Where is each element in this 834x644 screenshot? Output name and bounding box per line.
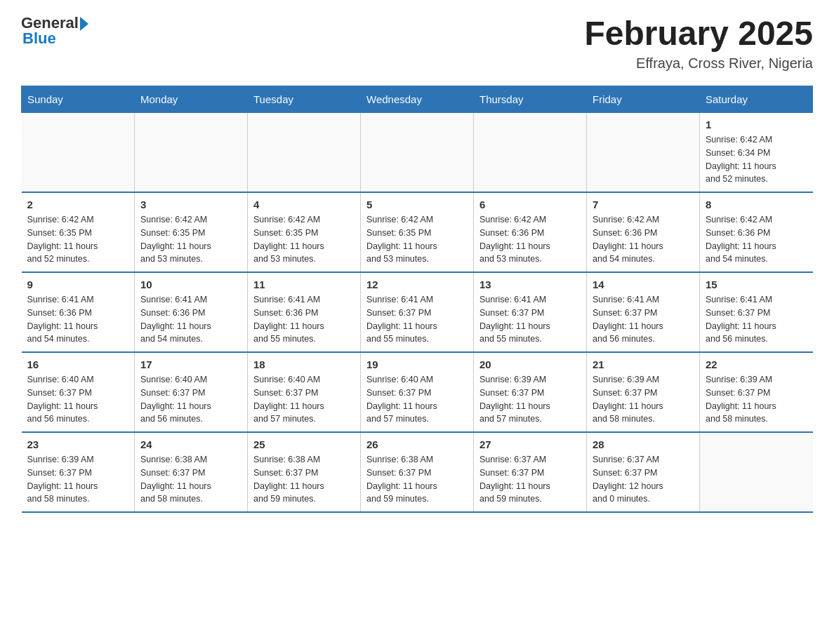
calendar-cell: 16Sunrise: 6:40 AM Sunset: 6:37 PM Dayli…: [22, 352, 135, 432]
day-number: 17: [140, 358, 241, 370]
calendar-cell: 28Sunrise: 6:37 AM Sunset: 6:37 PM Dayli…: [587, 432, 700, 512]
day-info: Sunrise: 6:38 AM Sunset: 6:37 PM Dayligh…: [140, 453, 241, 506]
weekday-header: Sunday: [22, 86, 135, 113]
calendar-cell: 24Sunrise: 6:38 AM Sunset: 6:37 PM Dayli…: [135, 432, 248, 512]
day-info: Sunrise: 6:42 AM Sunset: 6:35 PM Dayligh…: [27, 213, 129, 266]
day-number: 3: [140, 199, 241, 210]
day-info: Sunrise: 6:40 AM Sunset: 6:37 PM Dayligh…: [140, 373, 241, 426]
calendar-cell: 11Sunrise: 6:41 AM Sunset: 6:36 PM Dayli…: [248, 272, 361, 352]
day-info: Sunrise: 6:42 AM Sunset: 6:35 PM Dayligh…: [253, 213, 355, 266]
day-number: 25: [253, 438, 355, 450]
day-number: 19: [366, 358, 468, 370]
calendar-cell: 8Sunrise: 6:42 AM Sunset: 6:36 PM Daylig…: [700, 192, 813, 272]
calendar-cell: 17Sunrise: 6:40 AM Sunset: 6:37 PM Dayli…: [135, 352, 248, 432]
calendar-cell: 6Sunrise: 6:42 AM Sunset: 6:36 PM Daylig…: [474, 192, 587, 272]
day-info: Sunrise: 6:39 AM Sunset: 6:37 PM Dayligh…: [706, 373, 807, 426]
day-info: Sunrise: 6:42 AM Sunset: 6:35 PM Dayligh…: [366, 213, 468, 266]
day-info: Sunrise: 6:39 AM Sunset: 6:37 PM Dayligh…: [27, 453, 129, 506]
day-number: 8: [706, 199, 807, 210]
calendar-cell: 4Sunrise: 6:42 AM Sunset: 6:35 PM Daylig…: [248, 192, 361, 272]
calendar-week-row: 23Sunrise: 6:39 AM Sunset: 6:37 PM Dayli…: [22, 432, 813, 512]
calendar-cell: 3Sunrise: 6:42 AM Sunset: 6:35 PM Daylig…: [135, 192, 248, 272]
day-number: 10: [140, 279, 241, 290]
day-info: Sunrise: 6:39 AM Sunset: 6:37 PM Dayligh…: [593, 373, 694, 426]
day-number: 9: [27, 279, 129, 290]
day-info: Sunrise: 6:37 AM Sunset: 6:37 PM Dayligh…: [593, 453, 694, 506]
day-info: Sunrise: 6:41 AM Sunset: 6:36 PM Dayligh…: [140, 293, 241, 346]
day-number: 5: [366, 199, 468, 210]
day-number: 24: [140, 438, 241, 450]
calendar-cell: [361, 113, 474, 193]
day-info: Sunrise: 6:41 AM Sunset: 6:36 PM Dayligh…: [27, 293, 129, 346]
calendar-cell: 12Sunrise: 6:41 AM Sunset: 6:37 PM Dayli…: [361, 272, 474, 352]
page-header: General Blue February 2025 Effraya, Cros…: [21, 14, 813, 72]
calendar-cell: [22, 113, 135, 193]
calendar-table: SundayMondayTuesdayWednesdayThursdayFrid…: [21, 86, 813, 513]
calendar-week-row: 1Sunrise: 6:42 AM Sunset: 6:34 PM Daylig…: [22, 113, 813, 193]
day-number: 13: [479, 279, 581, 290]
calendar-cell: 5Sunrise: 6:42 AM Sunset: 6:35 PM Daylig…: [361, 192, 474, 272]
day-info: Sunrise: 6:41 AM Sunset: 6:37 PM Dayligh…: [479, 293, 581, 346]
calendar-cell: [700, 432, 813, 512]
day-info: Sunrise: 6:38 AM Sunset: 6:37 PM Dayligh…: [253, 453, 355, 506]
day-number: 20: [479, 358, 581, 370]
weekday-header-row: SundayMondayTuesdayWednesdayThursdayFrid…: [22, 86, 813, 113]
day-info: Sunrise: 6:40 AM Sunset: 6:37 PM Dayligh…: [27, 373, 129, 426]
calendar-cell: 19Sunrise: 6:40 AM Sunset: 6:37 PM Dayli…: [361, 352, 474, 432]
calendar-cell: 25Sunrise: 6:38 AM Sunset: 6:37 PM Dayli…: [248, 432, 361, 512]
calendar-week-row: 9Sunrise: 6:41 AM Sunset: 6:36 PM Daylig…: [22, 272, 813, 352]
day-number: 1: [706, 119, 807, 130]
day-info: Sunrise: 6:40 AM Sunset: 6:37 PM Dayligh…: [253, 373, 355, 426]
day-number: 21: [593, 358, 694, 370]
day-info: Sunrise: 6:38 AM Sunset: 6:37 PM Dayligh…: [366, 453, 468, 506]
day-info: Sunrise: 6:41 AM Sunset: 6:36 PM Dayligh…: [253, 293, 355, 346]
calendar-cell: [474, 113, 587, 193]
day-info: Sunrise: 6:42 AM Sunset: 6:36 PM Dayligh…: [479, 213, 581, 266]
calendar-cell: 13Sunrise: 6:41 AM Sunset: 6:37 PM Dayli…: [474, 272, 587, 352]
calendar-cell: 2Sunrise: 6:42 AM Sunset: 6:35 PM Daylig…: [22, 192, 135, 272]
calendar-cell: 20Sunrise: 6:39 AM Sunset: 6:37 PM Dayli…: [474, 352, 587, 432]
calendar-cell: 21Sunrise: 6:39 AM Sunset: 6:37 PM Dayli…: [587, 352, 700, 432]
logo: General Blue: [21, 14, 88, 48]
calendar-week-row: 16Sunrise: 6:40 AM Sunset: 6:37 PM Dayli…: [22, 352, 813, 432]
logo-arrow-icon: [80, 17, 88, 31]
calendar-cell: 15Sunrise: 6:41 AM Sunset: 6:37 PM Dayli…: [700, 272, 813, 352]
day-info: Sunrise: 6:42 AM Sunset: 6:35 PM Dayligh…: [140, 213, 241, 266]
weekday-header: Thursday: [474, 86, 587, 113]
day-number: 12: [366, 279, 468, 290]
day-number: 18: [253, 358, 355, 370]
day-info: Sunrise: 6:42 AM Sunset: 6:36 PM Dayligh…: [706, 213, 807, 266]
calendar-cell: 22Sunrise: 6:39 AM Sunset: 6:37 PM Dayli…: [700, 352, 813, 432]
calendar-cell: 14Sunrise: 6:41 AM Sunset: 6:37 PM Dayli…: [587, 272, 700, 352]
day-number: 23: [27, 438, 129, 450]
calendar-cell: 7Sunrise: 6:42 AM Sunset: 6:36 PM Daylig…: [587, 192, 700, 272]
logo-blue-text: Blue: [22, 29, 56, 48]
day-info: Sunrise: 6:39 AM Sunset: 6:37 PM Dayligh…: [479, 373, 581, 426]
day-number: 14: [593, 279, 694, 290]
day-info: Sunrise: 6:42 AM Sunset: 6:36 PM Dayligh…: [593, 213, 694, 266]
calendar-cell: [248, 113, 361, 193]
calendar-cell: 10Sunrise: 6:41 AM Sunset: 6:36 PM Dayli…: [135, 272, 248, 352]
weekday-header: Friday: [587, 86, 700, 113]
title-block: February 2025 Effraya, Cross River, Nige…: [584, 14, 813, 72]
weekday-header: Monday: [135, 86, 248, 113]
calendar-cell: 23Sunrise: 6:39 AM Sunset: 6:37 PM Dayli…: [22, 432, 135, 512]
day-number: 27: [479, 438, 581, 450]
day-number: 26: [366, 438, 468, 450]
day-number: 28: [593, 438, 694, 450]
day-number: 2: [27, 199, 129, 210]
day-info: Sunrise: 6:42 AM Sunset: 6:34 PM Dayligh…: [706, 133, 807, 186]
calendar-title: February 2025: [584, 14, 813, 53]
calendar-cell: [587, 113, 700, 193]
day-info: Sunrise: 6:40 AM Sunset: 6:37 PM Dayligh…: [366, 373, 468, 426]
day-info: Sunrise: 6:41 AM Sunset: 6:37 PM Dayligh…: [593, 293, 694, 346]
day-info: Sunrise: 6:41 AM Sunset: 6:37 PM Dayligh…: [366, 293, 468, 346]
day-number: 4: [253, 199, 355, 210]
calendar-week-row: 2Sunrise: 6:42 AM Sunset: 6:35 PM Daylig…: [22, 192, 813, 272]
day-number: 7: [593, 199, 694, 210]
calendar-cell: 9Sunrise: 6:41 AM Sunset: 6:36 PM Daylig…: [22, 272, 135, 352]
day-number: 22: [706, 358, 807, 370]
day-info: Sunrise: 6:37 AM Sunset: 6:37 PM Dayligh…: [479, 453, 581, 506]
day-number: 11: [253, 279, 355, 290]
calendar-cell: 1Sunrise: 6:42 AM Sunset: 6:34 PM Daylig…: [700, 113, 813, 193]
